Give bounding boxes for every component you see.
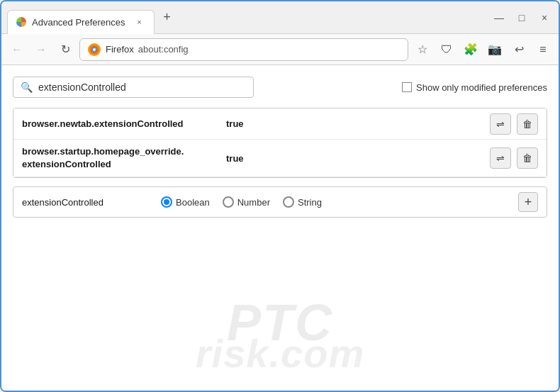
firefox-logo-icon xyxy=(87,43,101,57)
watermark-line1: PTC xyxy=(227,297,333,348)
extension-icon[interactable]: 🧩 xyxy=(461,40,481,60)
history-icon[interactable]: ↩ xyxy=(509,40,529,60)
show-modified-checkbox[interactable] xyxy=(402,82,412,92)
radio-boolean-inner xyxy=(164,199,169,205)
search-box[interactable]: 🔍 xyxy=(13,77,254,98)
radio-number-label: Number xyxy=(237,197,270,208)
search-input[interactable] xyxy=(38,82,246,93)
title-bar: Advanced Preferences × + — □ × xyxy=(1,1,559,34)
show-modified-option[interactable]: Show only modified preferences xyxy=(402,82,547,93)
address-bar[interactable]: Firefox about:config xyxy=(79,38,408,61)
delete-button-2[interactable]: 🗑 xyxy=(517,147,538,169)
url-display: about:config xyxy=(138,44,189,55)
bookmark-icon[interactable]: ☆ xyxy=(413,40,432,60)
type-radio-group: Boolean Number String xyxy=(161,196,322,208)
radio-boolean-outer xyxy=(161,196,172,208)
table-row: browser.startup.homepage_override. exten… xyxy=(13,140,547,177)
preferences-table: browser.newtab.extensionControlled true … xyxy=(13,108,547,178)
maximize-button[interactable]: □ xyxy=(513,9,530,26)
menu-icon[interactable]: ≡ xyxy=(533,40,553,60)
radio-string-label: String xyxy=(298,197,322,208)
swap-button-1[interactable]: ⇌ xyxy=(490,113,511,135)
tab-title: Advanced Preferences xyxy=(32,17,125,28)
watermark-line2: risk.com xyxy=(196,330,364,376)
delete-button-1[interactable]: 🗑 xyxy=(517,113,538,135)
tab-close-button[interactable]: × xyxy=(134,16,145,28)
show-modified-label: Show only modified preferences xyxy=(416,82,547,93)
pref-name-2: browser.startup.homepage_override. exten… xyxy=(22,145,220,171)
window-controls: — □ × xyxy=(491,9,553,26)
radio-boolean[interactable]: Boolean xyxy=(161,196,210,208)
pref-name-2-line2: extensionControlled xyxy=(22,159,111,169)
camera-icon[interactable]: 📷 xyxy=(485,40,505,60)
radio-string-outer xyxy=(283,196,294,208)
browser-window: Advanced Preferences × + — □ × ← → ↻ Fir… xyxy=(0,0,560,392)
new-preference-row: extensionControlled Boolean Number Strin… xyxy=(13,186,547,218)
pref-actions-2: ⇌ 🗑 xyxy=(490,147,538,169)
forward-button[interactable]: → xyxy=(31,40,51,60)
trash-icon-2: 🗑 xyxy=(522,152,532,164)
pref-name-2-line1: browser.startup.homepage_override. xyxy=(22,146,184,157)
active-tab[interactable]: Advanced Preferences × xyxy=(7,10,155,34)
new-pref-name: extensionControlled xyxy=(22,197,150,208)
add-preference-button[interactable]: + xyxy=(518,192,538,212)
site-name: Firefox xyxy=(106,44,134,55)
tab-area: Advanced Preferences × + xyxy=(7,1,485,33)
pref-actions-1: ⇌ 🗑 xyxy=(490,113,538,135)
refresh-button[interactable]: ↻ xyxy=(55,40,75,60)
radio-number[interactable]: Number xyxy=(223,196,270,208)
tab-favicon xyxy=(16,17,26,27)
back-button[interactable]: ← xyxy=(7,40,27,60)
pref-value-1: true xyxy=(226,118,244,129)
new-tab-button[interactable]: + xyxy=(157,8,177,28)
radio-number-outer xyxy=(223,196,234,208)
pref-name-1: browser.newtab.extensionControlled xyxy=(22,118,220,129)
svg-point-3 xyxy=(93,48,96,51)
swap-button-2[interactable]: ⇌ xyxy=(490,147,511,169)
radio-string[interactable]: String xyxy=(283,196,322,208)
table-row: browser.newtab.extensionControlled true … xyxy=(13,108,547,140)
shield-icon[interactable]: 🛡 xyxy=(437,40,457,60)
search-container: 🔍 Show only modified preferences xyxy=(13,77,547,98)
close-button[interactable]: × xyxy=(536,9,553,26)
page-content: PTC risk.com 🔍 Show only modified prefer… xyxy=(1,65,559,391)
nav-icons-group: ☆ 🛡 🧩 📷 ↩ ≡ xyxy=(413,40,553,60)
radio-boolean-label: Boolean xyxy=(176,197,210,208)
search-icon: 🔍 xyxy=(21,82,33,93)
minimize-button[interactable]: — xyxy=(491,9,508,26)
pref-value-2: true xyxy=(226,153,244,164)
trash-icon-1: 🗑 xyxy=(522,118,532,130)
nav-bar: ← → ↻ Firefox about:config ☆ 🛡 🧩 📷 ↩ ≡ xyxy=(1,34,559,65)
